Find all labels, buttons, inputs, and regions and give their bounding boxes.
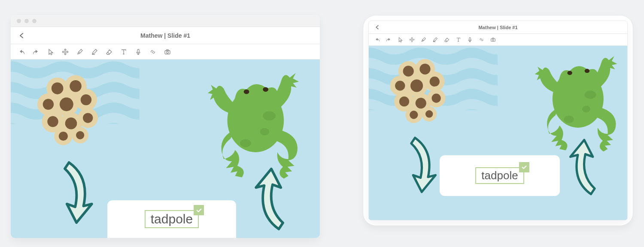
answer-field[interactable]: tadpole (475, 167, 524, 184)
undo-icon (374, 37, 380, 42)
slide-canvas[interactable]: tadpole (11, 60, 320, 238)
back-button[interactable] (373, 24, 381, 31)
frog-eggs-illustration (382, 57, 454, 125)
pointer-icon (398, 37, 403, 42)
camera-tool[interactable] (487, 34, 499, 45)
link-icon (479, 37, 484, 42)
move-icon (409, 37, 415, 42)
check-icon (196, 207, 202, 214)
answer-text: tadpole (481, 169, 518, 182)
redo-button[interactable] (383, 34, 395, 45)
camera-icon (164, 48, 171, 55)
pointer-icon (47, 48, 54, 55)
eraser-tool[interactable] (441, 34, 453, 45)
answer-card: tadpole (440, 155, 560, 196)
move-tool[interactable] (58, 45, 73, 59)
highlighter-icon (91, 48, 98, 55)
eraser-icon (106, 48, 112, 55)
tablet-screen: Mathew | Slide #1 (368, 21, 628, 220)
text-icon (456, 37, 461, 42)
text-tool[interactable] (453, 34, 464, 45)
move-icon (62, 48, 69, 55)
editor-toolbar (369, 34, 627, 46)
eraser-tool[interactable] (102, 45, 116, 59)
redo-icon (386, 37, 392, 42)
link-icon (149, 48, 156, 55)
highlighter-tool[interactable] (429, 34, 441, 45)
traffic-light-minimize[interactable] (24, 19, 29, 23)
chevron-left-icon (374, 24, 380, 30)
pen-tool[interactable] (418, 34, 429, 45)
mic-tool[interactable] (464, 34, 476, 45)
check-icon (521, 164, 527, 170)
pen-icon (421, 37, 426, 42)
link-tool[interactable] (146, 45, 160, 59)
undo-button[interactable] (371, 34, 383, 45)
page-title: Mathew | Slide #1 (478, 25, 517, 30)
mic-icon (135, 48, 142, 55)
pointer-tool[interactable] (43, 45, 58, 59)
page-title: Mathew | Slide #1 (140, 32, 190, 39)
highlighter-tool[interactable] (87, 45, 102, 59)
highlighter-icon (432, 37, 438, 42)
correct-badge (519, 162, 529, 172)
text-icon (120, 48, 127, 55)
slide-canvas[interactable]: tadpole (369, 46, 627, 220)
answer-card: tadpole (107, 200, 236, 238)
pen-icon (76, 48, 83, 55)
pen-tool[interactable] (73, 45, 87, 59)
eraser-icon (444, 37, 450, 42)
pointer-tool[interactable] (395, 34, 406, 45)
move-tool[interactable] (406, 34, 418, 45)
text-tool[interactable] (116, 45, 131, 59)
app-header: Mathew | Slide #1 (11, 27, 320, 44)
window-titlebar (11, 15, 320, 27)
traffic-light-zoom[interactable] (32, 19, 36, 23)
chevron-left-icon (18, 32, 25, 39)
answer-text: tadpole (151, 212, 193, 226)
desktop-window: Mathew | Slide #1 tadpole (11, 15, 320, 238)
correct-badge (194, 205, 204, 215)
app-header: Mathew | Slide #1 (369, 21, 627, 34)
answer-field[interactable]: tadpole (145, 210, 199, 228)
mic-tool[interactable] (131, 45, 146, 59)
redo-button[interactable] (29, 45, 43, 59)
camera-icon (490, 37, 496, 42)
editor-toolbar (11, 44, 320, 60)
tablet-frame: Mathew | Slide #1 (363, 15, 633, 226)
frog-eggs-illustration (28, 72, 107, 148)
cycle-arrow-up-icon (251, 167, 290, 231)
frog-illustration (204, 70, 303, 182)
undo-button[interactable] (14, 45, 29, 59)
mic-icon (467, 37, 473, 42)
link-tool[interactable] (476, 34, 487, 45)
undo-icon (18, 48, 25, 55)
camera-tool[interactable] (160, 45, 175, 59)
redo-icon (33, 48, 39, 55)
cycle-arrow-down-icon (405, 136, 440, 194)
back-button[interactable] (17, 31, 26, 40)
traffic-light-close[interactable] (17, 19, 21, 23)
cycle-arrow-down-icon (58, 160, 97, 225)
cycle-arrow-up-icon (566, 138, 601, 196)
